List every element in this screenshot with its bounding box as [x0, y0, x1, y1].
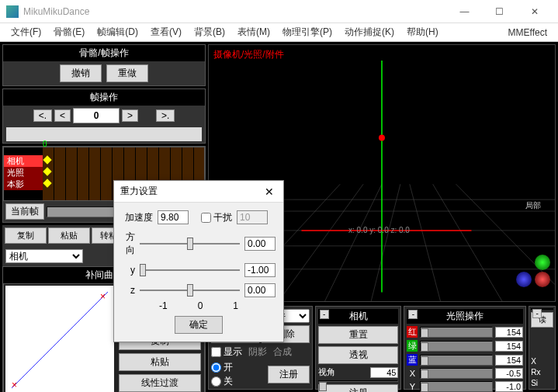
frame-number-input[interactable] [73, 108, 120, 123]
timeline-row-camera[interactable]: 相机 [4, 155, 43, 167]
y-label: y [122, 265, 135, 276]
accel-input[interactable] [158, 210, 189, 224]
svg-line-8 [410, 184, 441, 301]
light-panel-title: 光照操作 [446, 310, 483, 321]
svg-text:×: × [100, 291, 106, 302]
frame-last-button[interactable]: >. [156, 109, 175, 122]
workspace: 骨骼/帧操作 撤销 重做 帧操作 <. < > >. 0 相机 [0, 42, 558, 392]
interp-linear-button[interactable]: 线性过渡 [119, 374, 201, 392]
blue-input[interactable] [495, 355, 523, 366]
compose-label: 合成 [273, 345, 292, 359]
menu-help[interactable]: 帮助(H) [400, 23, 445, 41]
red-label: 红 [407, 326, 418, 338]
menu-file[interactable]: 文件(F) [5, 23, 47, 41]
red-slider[interactable] [420, 327, 493, 338]
collapse-icon[interactable]: - [408, 310, 418, 319]
menu-background[interactable]: 背景(B) [188, 23, 231, 41]
dialog-close-button[interactable]: ✕ [262, 186, 277, 198]
camera-reset-button[interactable]: 重置 [318, 326, 399, 344]
svg-line-6 [324, 184, 382, 301]
dir-slider[interactable] [140, 237, 240, 251]
dialog-ok-button[interactable]: 确定 [175, 316, 223, 334]
y-input[interactable] [244, 263, 276, 277]
angle-slider[interactable] [318, 380, 399, 382]
frame-scrollbar[interactable] [6, 127, 202, 141]
menu-view[interactable]: 查看(V) [144, 23, 188, 41]
perspective-button[interactable]: 透视 [318, 346, 399, 364]
close-button[interactable]: ✕ [517, 1, 552, 23]
gizmo-y-icon[interactable] [535, 255, 550, 270]
camera-register-button[interactable]: 注册 [318, 384, 399, 392]
keyframe-diamond[interactable] [43, 179, 51, 187]
off-radio[interactable]: 关 [211, 375, 233, 388]
maximize-button[interactable]: ☐ [482, 1, 517, 23]
show-check[interactable]: 显示 [211, 345, 242, 359]
red-input[interactable] [495, 327, 523, 338]
keyframe-diamond[interactable] [43, 155, 51, 164]
timeline-row-light[interactable]: 光照 [4, 167, 43, 179]
menu-expression[interactable]: 表情(M) [231, 23, 276, 41]
gravity-dialog: 重力设置 ✕ 加速度 干扰 方向 y z [113, 180, 284, 342]
tick-pos: 1 [233, 300, 238, 311]
dialog-title: 重力设置 [120, 185, 262, 198]
model-register-button[interactable]: 注册 [268, 366, 310, 383]
title-bar: MikuMikuDance — ☐ ✕ [0, 0, 558, 23]
current-frame-label: 当前帧 [5, 203, 44, 220]
redo-button[interactable]: 重做 [106, 64, 148, 82]
menu-mmeffect[interactable]: MMEffect [502, 25, 553, 40]
keyframe-diamond[interactable] [43, 167, 51, 175]
blue-slider[interactable] [420, 355, 493, 366]
minimize-button[interactable]: — [447, 1, 482, 23]
tick-zero: 0 [198, 300, 203, 311]
dir-label: 方向 [122, 231, 135, 257]
menu-frame-edit[interactable]: 帧编辑(D) [91, 23, 144, 41]
green-input[interactable] [495, 341, 523, 352]
collapse-icon[interactable]: - [532, 309, 542, 318]
light-x-input[interactable] [495, 368, 523, 379]
green-label: 绿 [407, 340, 418, 352]
noise-check[interactable]: 干扰 [201, 211, 232, 224]
viewport-coords: x: 0.0 y: 0.0 z: 0.0 [348, 226, 410, 234]
interp-paste-button[interactable]: 粘贴 [119, 353, 201, 371]
frame-next-button[interactable]: > [122, 109, 138, 122]
viewport-local-label: 局部 [525, 200, 541, 211]
light-panel: -光照操作 红 绿 蓝 X Y Z 注册 [404, 306, 526, 390]
z-input[interactable] [244, 283, 276, 297]
menu-bar: 文件(F) 骨骼(E) 帧编辑(D) 查看(V) 背景(B) 表情(M) 物理引… [0, 23, 558, 42]
light-y-slider[interactable] [420, 381, 493, 392]
on-radio[interactable]: 开 [211, 361, 233, 374]
z-label: z [122, 285, 135, 296]
gizmo-x-icon[interactable] [535, 272, 550, 287]
camera-panel-title: 相机 [349, 310, 368, 321]
menu-bone[interactable]: 骨骼(E) [47, 23, 91, 41]
shadow-label: 阴影 [248, 345, 267, 359]
gizmo-z-icon[interactable] [516, 272, 532, 287]
angle-input[interactable] [370, 367, 398, 378]
green-slider[interactable] [420, 341, 493, 352]
menu-mocap[interactable]: 动作捕捉(K) [338, 23, 400, 41]
light-y-input[interactable] [495, 381, 523, 392]
z-slider[interactable] [140, 283, 240, 297]
frame-ops-panel: 帧操作 <. < > >. [2, 88, 206, 144]
camera-select[interactable]: 相机 [5, 249, 83, 263]
frame-ops-title: 帧操作 [3, 89, 205, 106]
y-label: Y [407, 382, 418, 391]
window-title: MikuMikuDance [23, 6, 447, 17]
menu-physics[interactable]: 物理引擎(P) [276, 23, 338, 41]
y-slider[interactable] [140, 263, 240, 277]
svg-line-7 [371, 184, 400, 301]
timeline-row-shadow[interactable]: 本影 [4, 179, 43, 190]
dir-input[interactable] [244, 237, 276, 251]
frame-first-button[interactable]: <. [33, 109, 52, 122]
collapse-icon[interactable]: - [320, 310, 329, 319]
interp-curve-canvas[interactable]: × × [5, 286, 114, 392]
light-x-slider[interactable] [420, 368, 493, 379]
undo-button[interactable]: 撤销 [60, 64, 102, 82]
paste-button[interactable]: 粘贴 [48, 227, 90, 244]
copy-button[interactable]: 复制 [5, 227, 47, 244]
dialog-titlebar[interactable]: 重力设置 ✕ [114, 181, 283, 203]
frame-prev-button[interactable]: < [54, 109, 71, 122]
accel-label: 加速度 [122, 211, 153, 224]
bone-frame-title: 骨骼/帧操作 [3, 45, 205, 61]
angle-label: 视角 [318, 366, 335, 378]
